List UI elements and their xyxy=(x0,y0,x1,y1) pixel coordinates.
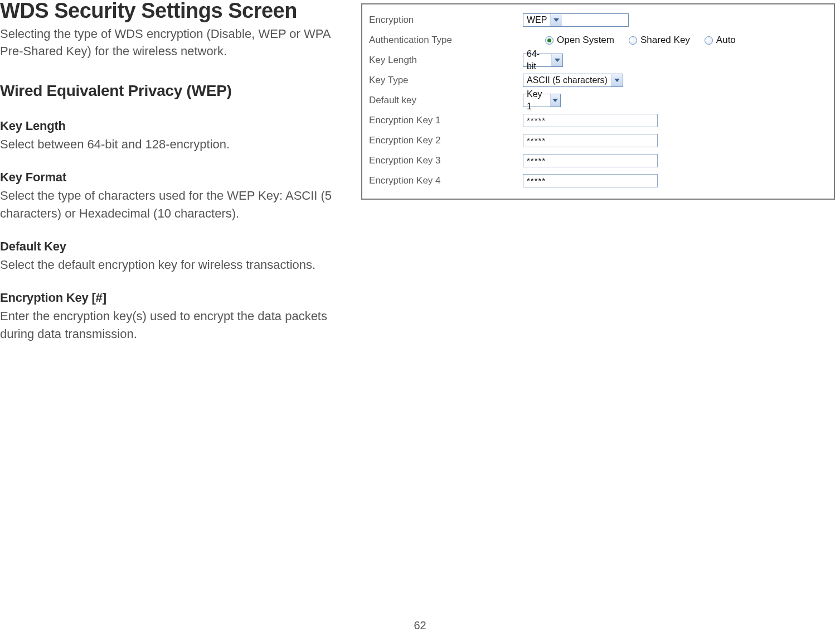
field-desc: Select the default encryption key for wi… xyxy=(0,256,346,274)
label-encryption: Encryption xyxy=(369,15,523,26)
row-key-length: Key Length 64-bit xyxy=(369,50,826,70)
label-key-type: Key Type xyxy=(369,75,523,86)
radio-icon xyxy=(705,36,713,45)
page-intro: Selecting the type of WDS encryption (Di… xyxy=(0,26,346,60)
section-title-wep: Wired Equivalent Privacy (WEP) xyxy=(0,82,346,100)
encryption-value: WEP xyxy=(527,14,550,26)
doc-column: WDS Security Settings Screen Selecting t… xyxy=(0,0,346,360)
page-root: WDS Security Settings Screen Selecting t… xyxy=(0,0,840,632)
chevron-down-icon xyxy=(611,74,623,86)
field-encryption-key: Encryption Key [#] Enter the encryption … xyxy=(0,291,346,343)
encryption-key-4-input[interactable]: ***** xyxy=(523,174,658,187)
auth-option-label: Auto xyxy=(716,35,736,46)
label-key-length: Key Length xyxy=(369,55,523,66)
chevron-down-icon xyxy=(551,54,562,66)
field-key-format: Key Format Select the type of characters… xyxy=(0,170,346,223)
chevron-down-icon xyxy=(550,94,560,107)
label-encryption-key: Encryption Key 4 xyxy=(369,175,523,186)
default-key-select[interactable]: Key 1 xyxy=(523,94,561,107)
label-default-key: Default key xyxy=(369,95,523,106)
field-key-length: Key Length Select between 64-bit and 128… xyxy=(0,119,346,153)
label-auth-type: Authentication Type xyxy=(369,35,523,46)
key-length-value: 64-bit xyxy=(527,48,551,73)
encryption-key-2-input[interactable]: ***** xyxy=(523,134,658,147)
auth-option-auto[interactable]: Auto xyxy=(705,35,736,46)
auth-option-shared-key[interactable]: Shared Key xyxy=(629,35,690,46)
auth-option-open-system[interactable]: Open System xyxy=(545,35,614,46)
label-encryption-key: Encryption Key 3 xyxy=(369,155,523,166)
field-title: Key Format xyxy=(0,170,346,185)
row-encryption-key-1: Encryption Key 1 ***** xyxy=(369,110,826,131)
field-default-key: Default Key Select the default encryptio… xyxy=(0,239,346,274)
field-desc: Select between 64-bit and 128-encryption… xyxy=(0,136,346,153)
page-number: 62 xyxy=(0,619,840,632)
row-default-key: Default key Key 1 xyxy=(369,90,826,110)
auth-option-label: Open System xyxy=(557,35,614,46)
encryption-key-1-input[interactable]: ***** xyxy=(523,114,658,127)
chevron-down-icon xyxy=(550,14,562,26)
label-encryption-key: Encryption Key 2 xyxy=(369,135,523,146)
radio-icon xyxy=(629,36,637,45)
label-encryption-key: Encryption Key 1 xyxy=(369,115,523,126)
key-length-select[interactable]: 64-bit xyxy=(523,54,563,67)
row-encryption-key-4: Encryption Key 4 ***** xyxy=(369,171,826,191)
field-desc: Select the type of characters used for t… xyxy=(0,187,346,223)
auth-option-label: Shared Key xyxy=(640,35,690,46)
row-encryption-key-3: Encryption Key 3 ***** xyxy=(369,151,826,171)
default-key-value: Key 1 xyxy=(527,88,550,113)
row-auth-type: Authentication Type Open System Shared K… xyxy=(369,30,826,50)
encryption-select[interactable]: WEP xyxy=(523,13,629,27)
field-title: Encryption Key [#] xyxy=(0,291,346,305)
row-encryption: Encryption WEP xyxy=(369,10,826,30)
radio-icon xyxy=(545,36,553,45)
field-desc: Enter the encryption key(s) used to encr… xyxy=(0,307,346,343)
encryption-key-3-input[interactable]: ***** xyxy=(523,154,658,167)
page-title: WDS Security Settings Screen xyxy=(0,0,346,22)
row-encryption-key-2: Encryption Key 2 ***** xyxy=(369,131,826,151)
key-type-value: ASCII (5 characters) xyxy=(527,74,611,86)
field-title: Key Length xyxy=(0,119,346,133)
key-type-select[interactable]: ASCII (5 characters) xyxy=(523,74,623,87)
settings-panel: Encryption WEP Authentication Type Open … xyxy=(361,3,835,200)
row-key-type: Key Type ASCII (5 characters) xyxy=(369,70,826,90)
field-title: Default Key xyxy=(0,239,346,254)
